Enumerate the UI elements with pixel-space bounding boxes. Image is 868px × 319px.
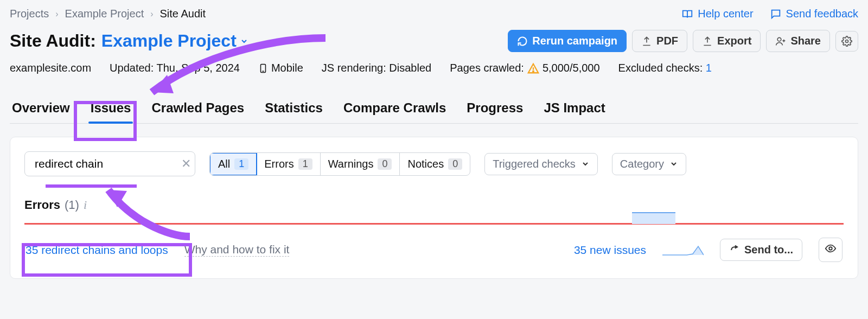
device-text: Mobile [271, 62, 303, 74]
chevron-down-icon [240, 37, 248, 46]
upload-icon [702, 36, 713, 47]
svg-point-5 [533, 71, 534, 72]
issue-sparkline [662, 243, 704, 257]
breadcrumb: Projects › Example Project › Site Audit [10, 8, 206, 20]
excluded-value[interactable]: 1 [706, 62, 712, 74]
rerun-label: Rerun campaign [532, 35, 617, 47]
triggered-checks-dropdown[interactable]: Triggered checks [484, 153, 598, 175]
warning-icon [527, 62, 539, 74]
tab-statistics[interactable]: Statistics [263, 96, 325, 123]
chevron-right-icon: › [150, 9, 153, 19]
hide-issue-button[interactable] [819, 238, 843, 262]
filter-errors[interactable]: Errors 1 [257, 153, 320, 175]
gear-icon [841, 36, 852, 47]
pdf-label: PDF [656, 35, 678, 47]
search-box: ✕ [24, 151, 195, 176]
filter-notices[interactable]: Notices 0 [400, 153, 470, 175]
errors-section-label: Errors [24, 198, 60, 212]
breadcrumb-project[interactable]: Example Project [65, 8, 144, 20]
add-user-icon [775, 36, 786, 47]
info-icon[interactable]: i [84, 198, 87, 212]
filter-warnings[interactable]: Warnings 0 [321, 153, 400, 175]
clear-search-button[interactable]: ✕ [181, 157, 191, 171]
svg-point-1 [846, 40, 848, 42]
filter-warnings-label: Warnings [328, 158, 374, 170]
svg-point-0 [778, 37, 782, 41]
arrow-icon [729, 245, 740, 256]
chevron-down-icon [581, 160, 590, 168]
filter-all-count: 1 [234, 158, 248, 170]
breadcrumb-current: Site Audit [160, 8, 206, 20]
crawled-label: Pages crawled: [450, 62, 524, 74]
share-button[interactable]: Share [766, 30, 830, 52]
filter-all[interactable]: All 1 [209, 152, 257, 176]
tab-compare-crawls[interactable]: Compare Crawls [341, 96, 448, 123]
js-label: JS rendering: [322, 62, 386, 74]
mobile-icon [258, 62, 268, 74]
issue-row: 35 redirect chains and loops Why and how… [24, 225, 844, 267]
export-label: Export [717, 35, 751, 47]
triggered-label: Triggered checks [493, 158, 576, 170]
errors-trend-sparkline [632, 212, 675, 224]
updated-label: Updated: [110, 62, 154, 74]
help-center-label: Help center [698, 8, 753, 20]
chat-icon [770, 8, 782, 20]
tab-js-impact[interactable]: JS Impact [541, 96, 607, 123]
send-feedback-label: Send feedback [786, 8, 858, 20]
meta-row: examplesite.com Updated: Thu, Sep 5, 202… [10, 62, 858, 74]
breadcrumb-projects[interactable]: Projects [10, 8, 49, 20]
filter-warnings-count: 0 [378, 158, 392, 170]
filter-notices-label: Notices [407, 158, 444, 170]
upload-icon [641, 36, 652, 47]
eye-icon [825, 243, 837, 254]
tabs: Overview Issues Crawled Pages Statistics… [10, 96, 858, 124]
export-button[interactable]: Export [693, 30, 761, 52]
tab-progress[interactable]: Progress [464, 96, 525, 123]
refresh-icon [517, 36, 528, 47]
tab-crawled-pages[interactable]: Crawled Pages [149, 96, 246, 123]
page-title: Site Audit: [10, 31, 96, 51]
severity-filter: All 1 Errors 1 Warnings 0 Notices 0 [209, 152, 470, 176]
book-icon [681, 8, 693, 20]
filter-notices-count: 0 [448, 158, 462, 170]
domain-text: examplesite.com [10, 62, 91, 74]
rerun-campaign-button[interactable]: Rerun campaign [508, 30, 627, 52]
new-issues-link[interactable]: 35 new issues [574, 244, 646, 257]
svg-point-8 [829, 247, 832, 250]
issue-link[interactable]: 35 redirect chains and loops [25, 244, 168, 257]
project-dropdown[interactable]: Example Project [101, 31, 248, 51]
category-label: Category [620, 158, 664, 170]
updated-value: Thu, Sep 5, 2024 [156, 62, 239, 74]
share-label: Share [790, 35, 821, 47]
filter-errors-label: Errors [264, 158, 293, 170]
excluded-label: Excluded checks: [618, 62, 703, 74]
project-name: Example Project [101, 31, 237, 51]
search-input[interactable] [35, 157, 177, 170]
settings-button[interactable] [835, 31, 858, 52]
crawled-value: 5,000/5,000 [542, 62, 600, 74]
chevron-down-icon [669, 160, 678, 168]
filter-all-label: All [218, 158, 230, 170]
why-fix-link[interactable]: Why and how to fix it [184, 243, 290, 257]
chevron-right-icon: › [55, 9, 58, 19]
help-center-link[interactable]: Help center [681, 8, 753, 20]
tab-overview[interactable]: Overview [10, 96, 72, 123]
category-dropdown[interactable]: Category [612, 153, 686, 175]
js-value: Disabled [389, 62, 431, 74]
send-feedback-link[interactable]: Send feedback [770, 8, 858, 20]
errors-section-count: (1) [65, 198, 79, 212]
filter-errors-count: 1 [298, 158, 312, 170]
issues-panel: ✕ All 1 Errors 1 Warnings 0 Notices 0 Tr… [10, 137, 858, 279]
pdf-button[interactable]: PDF [632, 30, 687, 52]
send-to-label: Send to... [744, 244, 793, 256]
tab-issues[interactable]: Issues [88, 96, 133, 123]
send-to-button[interactable]: Send to... [720, 239, 802, 261]
